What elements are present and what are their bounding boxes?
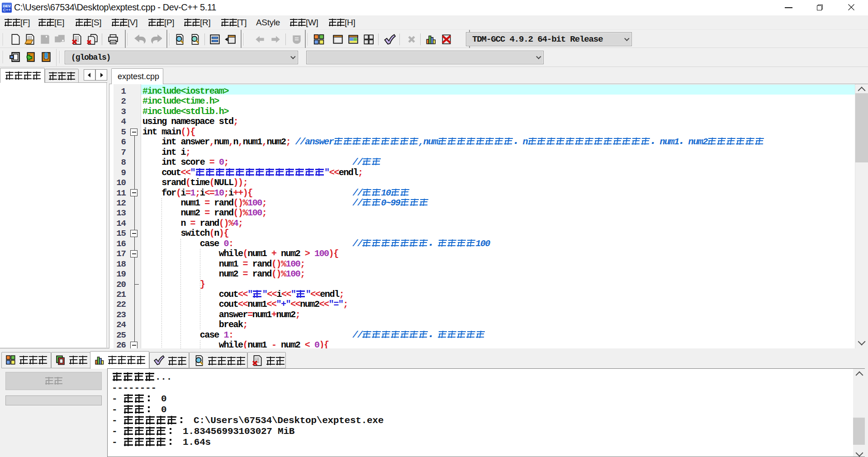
svg-text:C++: C++ xyxy=(3,8,10,12)
